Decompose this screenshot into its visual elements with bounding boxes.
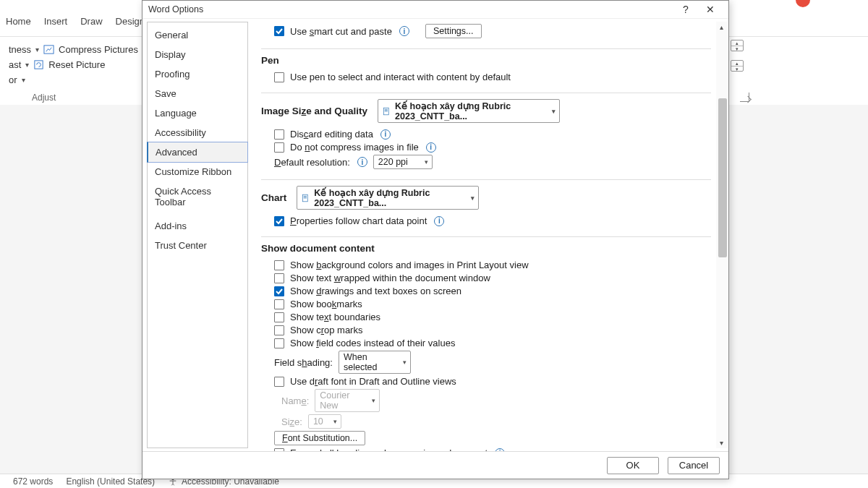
expand-headings-checkbox[interactable]	[274, 448, 284, 452]
sidebar-item-display[interactable]: Display	[148, 45, 247, 64]
show-bookmarks-checkbox[interactable]	[274, 299, 284, 309]
sidebar-item-quick-access[interactable]: Quick Access Toolbar	[148, 181, 247, 212]
document-icon	[302, 193, 310, 203]
show-drawings-checkbox[interactable]	[274, 286, 284, 296]
draft-size-select: 10▾	[308, 414, 341, 429]
sidebar-item-add-ins[interactable]: Add-ins	[148, 216, 247, 236]
info-icon[interactable]: i	[357, 157, 367, 167]
smart-cut-checkbox[interactable]	[274, 26, 284, 36]
sidebar-item-general[interactable]: General	[148, 25, 247, 45]
font-substitution-button[interactable]: Font Substitution...	[274, 431, 365, 445]
show-field-codes-checkbox[interactable]	[274, 338, 284, 348]
tab-insert[interactable]: Insert	[44, 16, 68, 27]
sidebar-item-proofing[interactable]: Proofing	[148, 64, 247, 84]
spinner-1[interactable]: ▴▾	[731, 40, 744, 51]
section-chart: Chart	[261, 192, 286, 203]
scroll-up-icon[interactable]: ▴	[716, 22, 727, 33]
show-bg-checkbox[interactable]	[274, 260, 284, 270]
section-image-size: Image Size and Quality	[261, 106, 367, 116]
no-compress-checkbox[interactable]	[274, 142, 284, 153]
settings-button[interactable]: Settings...	[425, 24, 482, 38]
draft-name-label: Name:	[281, 395, 309, 406]
section-pen: Pen	[261, 48, 711, 66]
close-button[interactable]: ✕	[698, 1, 723, 17]
info-icon[interactable]: i	[434, 216, 444, 226]
smart-cut-label: Use smart cut and paste	[290, 26, 392, 37]
document-icon	[383, 106, 391, 116]
info-icon[interactable]: i	[495, 448, 505, 452]
ribbon-group-label: Adjust	[32, 93, 56, 103]
dialog-title: Word Options	[148, 4, 203, 14]
draft-font-checkbox[interactable]	[274, 377, 284, 387]
scrollbar-thumb[interactable]	[718, 98, 727, 257]
dialog-launcher-icon[interactable]	[740, 93, 749, 102]
image-target-select[interactable]: Kế hoạch xây dựng Rubric 2023_CNTT_ba...…	[378, 99, 560, 123]
info-icon[interactable]: i	[426, 142, 436, 153]
chart-target-select[interactable]: Kế hoạch xây dựng Rubric 2023_CNTT_ba...…	[297, 186, 479, 210]
sidebar-item-customize-ribbon[interactable]: Customize Ribbon	[148, 162, 247, 181]
discard-editing-checkbox[interactable]	[274, 129, 284, 140]
compress-pictures-button[interactable]: Compress Pictures	[59, 44, 138, 55]
sidebar-item-language[interactable]: Language	[148, 103, 247, 123]
show-wrap-checkbox[interactable]	[274, 273, 284, 283]
info-icon[interactable]: i	[380, 129, 391, 140]
default-resolution-select[interactable]: 220 ppi▾	[373, 155, 433, 169]
options-category-list: General Display Proofing Save Language A…	[147, 22, 248, 448]
reset-picture-button[interactable]: Reset Picture	[48, 59, 105, 70]
section-show-doc-content: Show document content	[261, 236, 711, 254]
word-count[interactable]: 672 words	[13, 476, 53, 487]
pen-select-label: Use pen to select and interact with cont…	[290, 72, 511, 82]
tab-home[interactable]: Home	[6, 16, 31, 27]
sidebar-item-save[interactable]: Save	[148, 84, 247, 103]
sidebar-item-advanced[interactable]: Advanced	[147, 142, 248, 163]
ribbon-group-adjust: tness▾ Compress Pictures ast▾ Reset Pict…	[0, 38, 139, 90]
field-shading-select[interactable]: When selected▾	[339, 351, 411, 374]
chart-properties-checkbox[interactable]	[274, 216, 284, 226]
show-crop-marks-checkbox[interactable]	[274, 325, 284, 335]
draft-name-select: Courier New▾	[315, 389, 380, 412]
word-options-dialog: Word Options ? ✕ General Display Proofin…	[142, 0, 729, 479]
show-text-boundaries-checkbox[interactable]	[274, 312, 284, 322]
ribbon-tabs: Home Insert Draw Design	[0, 16, 145, 27]
spinner-2[interactable]: ▴▾	[731, 60, 744, 72]
tab-draw[interactable]: Draw	[80, 16, 102, 27]
reset-picture-icon	[33, 59, 44, 70]
tab-design[interactable]: Design	[116, 16, 145, 27]
help-button[interactable]: ?	[673, 1, 698, 17]
ok-button[interactable]: OK	[607, 457, 659, 474]
pen-select-checkbox[interactable]	[274, 72, 284, 82]
sidebar-item-accessibility[interactable]: Accessibility	[148, 123, 247, 142]
compress-pictures-icon	[43, 44, 54, 55]
cancel-button[interactable]: Cancel	[668, 457, 720, 474]
sidebar-item-trust-center[interactable]: Trust Center	[148, 236, 247, 255]
draft-size-label: Size:	[281, 416, 302, 427]
info-icon[interactable]: i	[399, 26, 409, 36]
scroll-down-icon[interactable]: ▾	[716, 437, 727, 448]
svg-rect-1	[35, 61, 43, 69]
